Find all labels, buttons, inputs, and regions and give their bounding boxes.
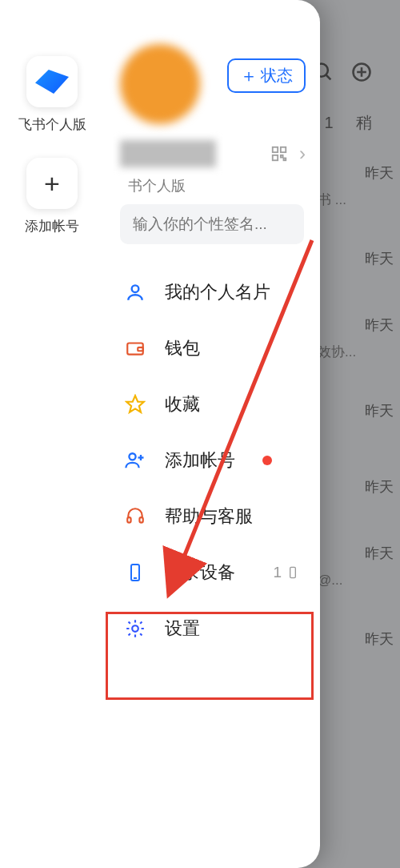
signature-input[interactable] <box>120 204 304 244</box>
menu-item-label: 我的个人名片 <box>165 280 270 304</box>
account-rail: 飞书个人版 + 添加帐号 <box>0 56 104 235</box>
svg-rect-9 <box>284 159 286 161</box>
account-label: 飞书个人版 <box>18 115 86 134</box>
gear-icon <box>123 617 147 641</box>
menu-item-label: 登录设备 <box>165 561 235 585</box>
person-icon <box>123 280 147 304</box>
add-circle-icon <box>350 61 373 83</box>
account-add[interactable]: + 添加帐号 <box>25 158 79 235</box>
menu-namecard[interactable]: 我的个人名片 <box>120 264 304 320</box>
menu-favorites[interactable]: 收藏 <box>120 376 304 432</box>
wallet-icon <box>123 336 147 360</box>
signature-input-wrap <box>120 204 304 244</box>
svg-rect-8 <box>281 155 283 158</box>
menu-item-label: 设置 <box>165 617 200 641</box>
plus-icon: + <box>26 158 78 209</box>
chevron-right-icon: › <box>299 143 306 165</box>
svg-rect-17 <box>127 517 130 523</box>
headset-icon <box>123 504 147 528</box>
menu-help[interactable]: 帮助与客服 <box>120 488 304 545</box>
svg-point-14 <box>129 453 135 460</box>
feishu-icon <box>26 56 78 107</box>
svg-line-1 <box>326 75 331 80</box>
menu-item-label: 收藏 <box>165 392 200 416</box>
svg-rect-12 <box>138 348 143 351</box>
menu-settings[interactable]: 设置 <box>120 601 304 657</box>
svg-rect-11 <box>127 344 143 355</box>
svg-marker-13 <box>126 396 144 412</box>
profile-area: ＋ 状态 <box>120 44 306 124</box>
menu-item-label: 帮助与客服 <box>165 504 253 528</box>
star-icon <box>123 392 147 416</box>
profile-name-blur <box>120 140 216 167</box>
phone-icon <box>123 561 147 585</box>
status-button[interactable]: ＋ 状态 <box>227 58 306 93</box>
plus-icon: ＋ <box>240 67 258 85</box>
suite-label: 书个人版 <box>128 176 186 195</box>
menu-wallet[interactable]: 钱包 <box>120 320 304 376</box>
svg-rect-6 <box>281 147 286 152</box>
svg-rect-18 <box>139 517 142 523</box>
devices-count: 1 <box>273 564 299 581</box>
account-current[interactable]: 飞书个人版 <box>18 56 86 134</box>
add-person-icon <box>123 448 147 472</box>
avatar[interactable] <box>120 44 200 124</box>
svg-rect-7 <box>273 155 278 160</box>
small-phone-icon <box>286 565 299 581</box>
menu-item-label: 钱包 <box>165 336 200 360</box>
account-add-label: 添加帐号 <box>25 217 79 235</box>
svg-rect-21 <box>290 567 296 577</box>
profile-name-row[interactable]: › <box>120 140 306 167</box>
menu-list: 我的个人名片 钱包 收藏 添加帐号 帮助与客服 <box>120 264 304 657</box>
bg-tab: 稍 <box>356 112 372 134</box>
qr-icon <box>270 145 288 163</box>
svg-point-22 <box>132 625 138 632</box>
svg-point-10 <box>132 285 139 292</box>
notification-dot <box>262 456 272 465</box>
svg-rect-5 <box>273 147 278 152</box>
menu-item-label: 添加帐号 <box>165 448 235 472</box>
menu-add-account[interactable]: 添加帐号 <box>120 432 304 488</box>
menu-devices[interactable]: 登录设备 1 <box>120 545 304 601</box>
profile-drawer: 飞书个人版 + 添加帐号 ＋ 状态 › 书个人版 我的个人名片 <box>0 0 320 868</box>
status-label: 状态 <box>261 65 293 86</box>
